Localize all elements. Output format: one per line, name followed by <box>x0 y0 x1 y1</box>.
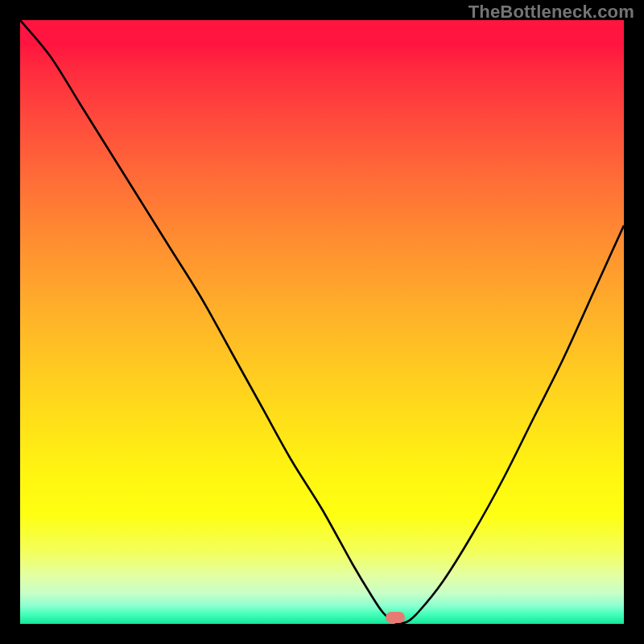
curve-path <box>20 20 624 623</box>
optimal-marker <box>386 612 405 623</box>
bottleneck-curve <box>20 20 624 624</box>
plot-area <box>20 20 624 624</box>
outer-frame: TheBottleneck.com <box>0 0 644 644</box>
